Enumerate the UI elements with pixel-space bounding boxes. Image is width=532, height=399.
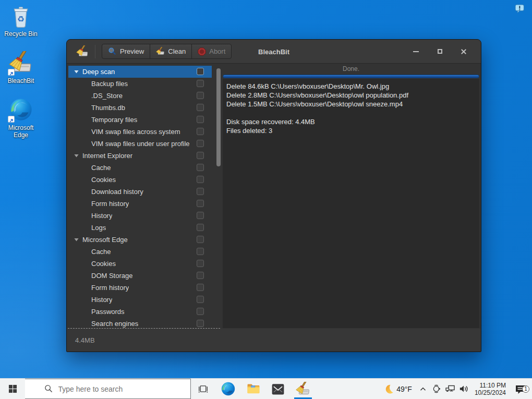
- tree-item-form-history[interactable]: Form history: [68, 198, 212, 210]
- checkbox[interactable]: [197, 176, 204, 183]
- virtualbox-tray-icon[interactable]: [430, 384, 443, 394]
- taskbar-bleachbit-button[interactable]: [291, 379, 316, 399]
- tree-item-label: Logs: [91, 224, 106, 232]
- taskbar-file-explorer-button[interactable]: [240, 379, 265, 399]
- tree-item-label: Temporary files: [91, 116, 137, 124]
- preview-button-label: Preview: [120, 47, 144, 55]
- checkbox[interactable]: [197, 104, 204, 111]
- abort-button[interactable]: Abort: [191, 44, 232, 59]
- checkbox[interactable]: [197, 296, 204, 303]
- checkbox[interactable]: [197, 284, 204, 291]
- expander-icon[interactable]: [74, 238, 79, 241]
- task-view-button[interactable]: [191, 379, 215, 399]
- tree-item-label: DOM Storage: [91, 272, 132, 280]
- checkbox[interactable]: [197, 152, 204, 159]
- tree-item-microsoft-edge[interactable]: Microsoft Edge: [68, 234, 212, 246]
- minimize-button[interactable]: [410, 46, 421, 57]
- desktop-icon-microsoft-edge[interactable]: Microsoft Edge: [2, 98, 40, 139]
- tree-item-history[interactable]: History: [68, 210, 212, 222]
- search-input[interactable]: [58, 385, 178, 393]
- tree-item-cookies[interactable]: Cookies: [68, 174, 212, 186]
- checkbox[interactable]: [197, 236, 204, 243]
- checkbox[interactable]: [197, 224, 204, 231]
- taskbar-clock[interactable]: 11:10 PM 10/25/2024: [475, 382, 506, 396]
- checkbox[interactable]: [197, 188, 204, 195]
- notification-count-badge: 1: [522, 385, 529, 393]
- network-icon[interactable]: [443, 384, 457, 394]
- checkbox[interactable]: [197, 128, 204, 135]
- action-center-button[interactable]: 1: [511, 384, 530, 394]
- checkbox[interactable]: [197, 200, 204, 207]
- progress-bar: [223, 75, 479, 78]
- tree-item-deep-scan[interactable]: Deep scan: [68, 66, 212, 78]
- expander-icon[interactable]: [74, 154, 79, 158]
- checkbox[interactable]: [197, 68, 204, 75]
- checkbox[interactable]: [197, 248, 204, 255]
- tree-item-dom-storage[interactable]: DOM Storage: [68, 270, 212, 282]
- edge-icon: [221, 382, 235, 396]
- weather-moon-icon[interactable]: [382, 383, 395, 394]
- expander-icon[interactable]: [74, 70, 79, 74]
- tree-item-internet-explorer[interactable]: Internet Explorer: [68, 150, 212, 162]
- tree-item-vim-swap-files-across-system[interactable]: VIM swap files across system: [68, 126, 212, 138]
- tree-item-label: Backup files: [91, 80, 128, 88]
- output-textview[interactable]: Delete 84.6kB C:\Users\vboxuser\Desktop\…: [223, 79, 479, 328]
- tree-item-backup-files[interactable]: Backup files: [68, 78, 212, 90]
- desktop-icon-label: BleachBit: [2, 77, 40, 84]
- tree-item-cache[interactable]: Cache: [68, 246, 212, 258]
- tree-item-temporary-files[interactable]: Temporary files: [68, 114, 212, 126]
- temperature-text[interactable]: 49°F: [396, 385, 412, 393]
- tree-item-label: History: [91, 296, 112, 304]
- tree-item-thumbs-db[interactable]: Thumbs.db: [68, 102, 212, 114]
- tree-item-history[interactable]: History: [68, 294, 212, 306]
- taskbar-edge-button[interactable]: [215, 379, 240, 399]
- tree-item-search-engines[interactable]: Search engines: [68, 318, 212, 328]
- tree-item-label: Cookies: [91, 176, 116, 184]
- taskbar: 49°F 11:10 PM 10/25/2024 1: [0, 378, 532, 399]
- tree-scrollbar[interactable]: [216, 66, 221, 328]
- tree-item-download-history[interactable]: Download history: [68, 186, 212, 198]
- tree-item-form-history[interactable]: Form history: [68, 282, 212, 294]
- checkbox[interactable]: [197, 308, 204, 315]
- preview-button[interactable]: Preview: [102, 44, 150, 59]
- output-line: Delete 2.8MB C:\Users\vboxuser\Desktop\o…: [226, 91, 476, 100]
- recovered-size-text: 4.4MB: [75, 336, 95, 344]
- task-view-icon: [198, 384, 208, 394]
- tree-item-label: Search engines: [91, 320, 138, 328]
- maximize-button[interactable]: [434, 46, 445, 57]
- clean-button[interactable]: Clean: [150, 44, 192, 59]
- checkbox[interactable]: [197, 260, 204, 267]
- broom-icon: [156, 47, 165, 56]
- tray-chevron-up-icon[interactable]: [416, 384, 430, 394]
- desktop-icon-recycle-bin[interactable]: Recycle Bin: [2, 4, 40, 38]
- tree-item-label: Passwords: [91, 308, 125, 316]
- tree-scrollbar-thumb[interactable]: [216, 68, 221, 166]
- clock-date: 10/25/2024: [475, 389, 506, 396]
- vm-notification-bubble-icon[interactable]: [515, 4, 525, 16]
- checkbox[interactable]: [197, 140, 204, 147]
- tree-item-vim-swap-files-under-user-profile[interactable]: VIM swap files under user profile: [68, 138, 212, 150]
- close-button[interactable]: [458, 46, 469, 57]
- maximize-icon: [438, 49, 442, 54]
- tree-item-cookies[interactable]: Cookies: [68, 258, 212, 270]
- taskbar-search[interactable]: [25, 379, 191, 399]
- checkbox[interactable]: [197, 80, 204, 87]
- tree-item-ds-store[interactable]: .DS_Store: [68, 90, 212, 102]
- tree-item-passwords[interactable]: Passwords: [68, 306, 212, 318]
- checkbox[interactable]: [197, 92, 204, 99]
- checkbox[interactable]: [197, 212, 204, 219]
- start-button[interactable]: [0, 379, 25, 399]
- tree-item-label: Download history: [91, 188, 143, 196]
- shortcut-arrow-icon: [8, 116, 15, 123]
- checkbox[interactable]: [197, 272, 204, 279]
- tree-item-cache[interactable]: Cache: [68, 162, 212, 174]
- volume-icon[interactable]: [457, 384, 470, 394]
- output-line: Disk space recovered: 4.4MB: [226, 117, 476, 126]
- checkbox[interactable]: [197, 164, 204, 171]
- desktop-icon-bleachbit[interactable]: BleachBit: [2, 51, 40, 84]
- output-line: Files deleted: 3: [226, 126, 476, 135]
- taskbar-mail-button[interactable]: [265, 379, 291, 399]
- checkbox[interactable]: [197, 116, 204, 123]
- checkbox[interactable]: [197, 320, 204, 327]
- tree-item-logs[interactable]: Logs: [68, 222, 212, 234]
